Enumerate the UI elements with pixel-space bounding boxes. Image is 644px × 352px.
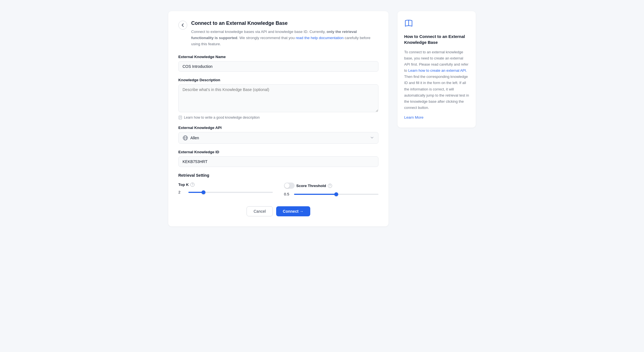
subtitle-after-bold: . We strongly recommend that you bbox=[237, 36, 296, 40]
book-open-icon bbox=[404, 19, 469, 29]
api-selected-value: Allen bbox=[190, 136, 199, 140]
toggle-knob bbox=[285, 183, 290, 188]
page-title: Connect to an External Knowledge Base bbox=[191, 20, 378, 27]
book-hint-icon bbox=[178, 116, 182, 119]
retrieval-grid: Top K ? 2 bbox=[178, 183, 378, 196]
side-card-title: How to Connect to an External Knowledge … bbox=[404, 33, 469, 45]
help-doc-link[interactable]: read the help documentation bbox=[296, 36, 344, 40]
side-body-after: Then find the corresponding knowledge ID… bbox=[404, 75, 469, 109]
top-k-label: Top K bbox=[178, 183, 189, 187]
score-threshold-thumb[interactable] bbox=[334, 192, 338, 196]
knowledge-name-label: External Knowledge Name bbox=[178, 55, 378, 59]
score-threshold-label-row: Score Threshold ? bbox=[284, 183, 378, 189]
score-threshold-track[interactable] bbox=[294, 194, 378, 195]
retrieval-title: Retrieval Setting bbox=[178, 173, 378, 178]
side-panel: How to Connect to an External Knowledge … bbox=[397, 11, 476, 226]
top-k-label-row: Top K ? bbox=[178, 183, 273, 187]
knowledge-name-group: External Knowledge Name bbox=[178, 55, 378, 72]
score-threshold-item: Score Threshold ? 0.5 bbox=[284, 183, 378, 196]
api-group: External Knowledge API Allen bbox=[178, 126, 378, 144]
hint-text: Learn how to write a good knowledge desc… bbox=[184, 116, 260, 119]
header-text: Connect to an External Knowledge Base Co… bbox=[191, 20, 378, 47]
header-row: Connect to an External Knowledge Base Co… bbox=[178, 20, 378, 47]
description-textarea[interactable] bbox=[178, 84, 378, 112]
api-select-wrapper: Allen bbox=[178, 132, 378, 144]
score-threshold-toggle[interactable] bbox=[284, 183, 295, 189]
score-threshold-value: 0.5 bbox=[284, 192, 291, 196]
top-k-slider-row: 2 bbox=[178, 190, 273, 194]
top-k-thumb[interactable] bbox=[202, 190, 205, 194]
knowledge-name-input[interactable] bbox=[178, 61, 378, 72]
side-card: How to Connect to an External Knowledge … bbox=[397, 11, 476, 128]
subtitle-plain: Connect to external knowledge bases via … bbox=[191, 30, 327, 34]
connect-label: Connect → bbox=[283, 209, 304, 214]
top-k-value: 2 bbox=[178, 190, 185, 194]
top-k-item: Top K ? 2 bbox=[178, 183, 273, 196]
chevron-down-icon bbox=[370, 135, 374, 141]
api-label: External Knowledge API bbox=[178, 126, 378, 130]
connect-button[interactable]: Connect → bbox=[276, 206, 310, 216]
retrieval-section: Retrieval Setting Top K ? 2 bbox=[178, 173, 378, 196]
top-k-track[interactable] bbox=[188, 192, 273, 193]
api-select[interactable]: Allen bbox=[178, 132, 378, 144]
score-threshold-slider-row: 0.5 bbox=[284, 192, 378, 196]
description-hint: Learn how to write a good knowledge desc… bbox=[178, 116, 378, 119]
back-button[interactable] bbox=[178, 21, 187, 30]
button-row: Cancel Connect → bbox=[178, 206, 378, 216]
api-select-icon bbox=[183, 135, 188, 141]
description-label: Knowledge Description bbox=[178, 78, 378, 82]
cancel-button[interactable]: Cancel bbox=[247, 206, 273, 216]
side-card-body: To connect to an external knowledge base… bbox=[404, 49, 469, 111]
knowledge-id-input[interactable] bbox=[178, 156, 378, 167]
description-group: Knowledge Description Learn how to write… bbox=[178, 78, 378, 119]
score-threshold-help-icon[interactable]: ? bbox=[328, 184, 332, 188]
top-k-fill bbox=[188, 192, 203, 193]
knowledge-id-label: External Knowledge ID bbox=[178, 150, 378, 154]
score-threshold-fill bbox=[294, 194, 336, 195]
main-panel: Connect to an External Knowledge Base Co… bbox=[168, 11, 389, 226]
score-threshold-label: Score Threshold bbox=[296, 184, 326, 188]
learn-more-link[interactable]: Learn More bbox=[404, 115, 423, 119]
external-api-link[interactable]: Learn how to create an external API. bbox=[408, 68, 467, 73]
top-k-help-icon[interactable]: ? bbox=[190, 183, 195, 187]
page-subtitle: Connect to external knowledge bases via … bbox=[191, 29, 378, 47]
knowledge-id-group: External Knowledge ID bbox=[178, 150, 378, 167]
